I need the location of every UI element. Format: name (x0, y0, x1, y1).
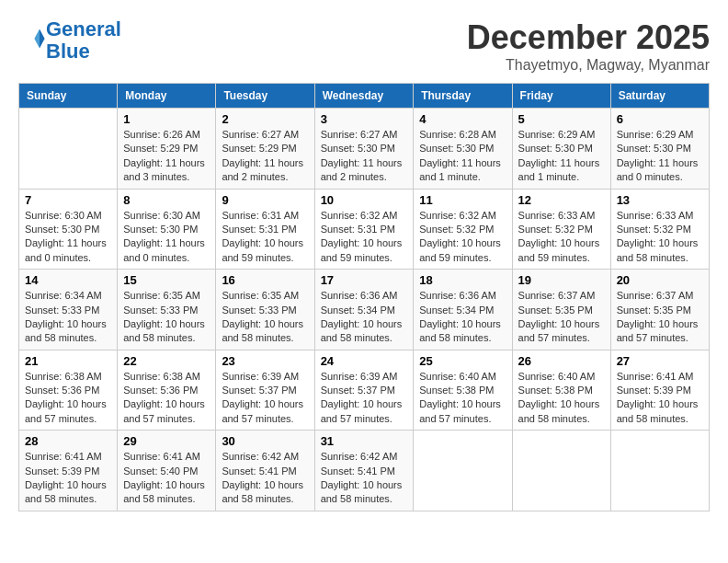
cell-info: Sunrise: 6:29 AMSunset: 5:30 PMDaylight:… (617, 129, 699, 182)
day-number: 23 (222, 354, 308, 368)
weekday-header-saturday: Saturday (610, 84, 709, 109)
calendar-week-row: 1 Sunrise: 6:26 AMSunset: 5:29 PMDayligh… (19, 109, 710, 190)
logo-text: General Blue (46, 18, 121, 63)
cell-info: Sunrise: 6:40 AMSunset: 5:38 PMDaylight:… (419, 371, 501, 424)
calendar-cell: 25 Sunrise: 6:40 AMSunset: 5:38 PMDaylig… (414, 350, 512, 431)
calendar-cell: 22 Sunrise: 6:38 AMSunset: 5:36 PMDaylig… (118, 350, 216, 431)
calendar-cell: 12 Sunrise: 6:33 AMSunset: 5:32 PMDaylig… (512, 189, 610, 270)
day-number: 15 (123, 273, 210, 287)
day-number: 14 (25, 273, 111, 287)
day-number: 28 (25, 434, 111, 448)
calendar-cell: 4 Sunrise: 6:28 AMSunset: 5:30 PMDayligh… (414, 109, 512, 190)
day-number: 24 (321, 354, 408, 368)
cell-info: Sunrise: 6:33 AMSunset: 5:32 PMDaylight:… (617, 210, 699, 263)
calendar-cell: 14 Sunrise: 6:34 AMSunset: 5:33 PMDaylig… (19, 270, 118, 350)
svg-marker-0 (40, 29, 45, 49)
cell-info: Sunrise: 6:33 AMSunset: 5:32 PMDaylight:… (518, 210, 600, 263)
weekday-header-friday: Friday (512, 84, 610, 109)
cell-info: Sunrise: 6:35 AMSunset: 5:33 PMDaylight:… (222, 290, 303, 343)
calendar-cell: 8 Sunrise: 6:30 AMSunset: 5:30 PMDayligh… (118, 189, 216, 270)
calendar-cell: 1 Sunrise: 6:26 AMSunset: 5:29 PMDayligh… (118, 109, 216, 190)
calendar-week-row: 14 Sunrise: 6:34 AMSunset: 5:33 PMDaylig… (19, 270, 710, 350)
cell-info: Sunrise: 6:42 AMSunset: 5:41 PMDaylight:… (222, 451, 303, 504)
calendar-cell (610, 431, 709, 511)
logo-line2: Blue (46, 40, 90, 63)
cell-info: Sunrise: 6:39 AMSunset: 5:37 PMDaylight:… (222, 371, 303, 424)
day-number: 13 (617, 193, 703, 207)
calendar-cell: 3 Sunrise: 6:27 AMSunset: 5:30 PMDayligh… (314, 109, 414, 190)
calendar-cell: 13 Sunrise: 6:33 AMSunset: 5:32 PMDaylig… (610, 189, 709, 270)
cell-info: Sunrise: 6:36 AMSunset: 5:34 PMDaylight:… (419, 290, 501, 343)
logo-icon (20, 26, 46, 52)
cell-info: Sunrise: 6:37 AMSunset: 5:35 PMDaylight:… (518, 290, 600, 343)
day-number: 1 (123, 112, 210, 126)
calendar-cell: 9 Sunrise: 6:31 AMSunset: 5:31 PMDayligh… (216, 189, 314, 270)
weekday-header-row: SundayMondayTuesdayWednesdayThursdayFrid… (19, 84, 710, 109)
location-title: Thayetmyo, Magway, Myanmar (467, 57, 710, 74)
calendar-cell: 23 Sunrise: 6:39 AMSunset: 5:37 PMDaylig… (216, 350, 314, 431)
day-number: 17 (321, 273, 408, 287)
calendar-cell: 18 Sunrise: 6:36 AMSunset: 5:34 PMDaylig… (414, 270, 512, 350)
day-number: 4 (419, 112, 506, 126)
cell-info: Sunrise: 6:38 AMSunset: 5:36 PMDaylight:… (25, 371, 107, 424)
day-number: 18 (419, 273, 506, 287)
calendar-week-row: 21 Sunrise: 6:38 AMSunset: 5:36 PMDaylig… (19, 350, 710, 431)
cell-info: Sunrise: 6:30 AMSunset: 5:30 PMDaylight:… (123, 210, 205, 263)
calendar-cell: 19 Sunrise: 6:37 AMSunset: 5:35 PMDaylig… (512, 270, 610, 350)
day-number: 26 (518, 354, 605, 368)
month-title: December 2025 (467, 18, 710, 57)
cell-info: Sunrise: 6:32 AMSunset: 5:32 PMDaylight:… (419, 210, 501, 263)
calendar-cell: 11 Sunrise: 6:32 AMSunset: 5:32 PMDaylig… (414, 189, 512, 270)
calendar-cell: 7 Sunrise: 6:30 AMSunset: 5:30 PMDayligh… (19, 189, 118, 270)
calendar-cell: 31 Sunrise: 6:42 AMSunset: 5:41 PMDaylig… (314, 431, 414, 511)
day-number: 7 (25, 193, 111, 207)
weekday-header-monday: Monday (118, 84, 216, 109)
day-number: 3 (321, 112, 408, 126)
calendar-cell: 16 Sunrise: 6:35 AMSunset: 5:33 PMDaylig… (216, 270, 314, 350)
cell-info: Sunrise: 6:38 AMSunset: 5:36 PMDaylight:… (123, 371, 205, 424)
calendar-cell: 21 Sunrise: 6:38 AMSunset: 5:36 PMDaylig… (19, 350, 118, 431)
calendar-cell: 30 Sunrise: 6:42 AMSunset: 5:41 PMDaylig… (216, 431, 314, 511)
cell-info: Sunrise: 6:37 AMSunset: 5:35 PMDaylight:… (617, 290, 699, 343)
cell-info: Sunrise: 6:30 AMSunset: 5:30 PMDaylight:… (25, 210, 107, 263)
cell-info: Sunrise: 6:32 AMSunset: 5:31 PMDaylight:… (321, 210, 403, 263)
cell-info: Sunrise: 6:36 AMSunset: 5:34 PMDaylight:… (321, 290, 403, 343)
day-number: 30 (222, 434, 308, 448)
day-number: 2 (222, 112, 308, 126)
day-number: 16 (222, 273, 308, 287)
day-number: 12 (518, 193, 605, 207)
calendar-cell (512, 431, 610, 511)
logo: General Blue (18, 18, 121, 63)
day-number: 9 (222, 193, 308, 207)
cell-info: Sunrise: 6:28 AMSunset: 5:30 PMDaylight:… (419, 129, 501, 182)
cell-info: Sunrise: 6:34 AMSunset: 5:33 PMDaylight:… (25, 290, 107, 343)
cell-info: Sunrise: 6:31 AMSunset: 5:31 PMDaylight:… (222, 210, 303, 263)
calendar-cell: 10 Sunrise: 6:32 AMSunset: 5:31 PMDaylig… (314, 189, 414, 270)
cell-info: Sunrise: 6:27 AMSunset: 5:30 PMDaylight:… (321, 129, 403, 182)
svg-marker-1 (34, 29, 40, 49)
calendar-cell: 6 Sunrise: 6:29 AMSunset: 5:30 PMDayligh… (610, 109, 709, 190)
day-number: 21 (25, 354, 111, 368)
calendar-cell: 27 Sunrise: 6:41 AMSunset: 5:39 PMDaylig… (610, 350, 709, 431)
cell-info: Sunrise: 6:29 AMSunset: 5:30 PMDaylight:… (518, 129, 600, 182)
calendar-week-row: 28 Sunrise: 6:41 AMSunset: 5:39 PMDaylig… (19, 431, 710, 511)
calendar-cell: 15 Sunrise: 6:35 AMSunset: 5:33 PMDaylig… (118, 270, 216, 350)
day-number: 19 (518, 273, 605, 287)
cell-info: Sunrise: 6:42 AMSunset: 5:41 PMDaylight:… (321, 451, 403, 504)
cell-info: Sunrise: 6:26 AMSunset: 5:29 PMDaylight:… (123, 129, 205, 182)
page-header: General Blue December 2025 Thayetmyo, Ma… (18, 18, 710, 74)
day-number: 27 (617, 354, 703, 368)
cell-info: Sunrise: 6:41 AMSunset: 5:39 PMDaylight:… (617, 371, 699, 424)
cell-info: Sunrise: 6:41 AMSunset: 5:39 PMDaylight:… (25, 451, 107, 504)
logo-line1: General (46, 17, 121, 40)
calendar-week-row: 7 Sunrise: 6:30 AMSunset: 5:30 PMDayligh… (19, 189, 710, 270)
calendar-cell: 17 Sunrise: 6:36 AMSunset: 5:34 PMDaylig… (314, 270, 414, 350)
calendar-cell (19, 109, 118, 190)
calendar-cell: 24 Sunrise: 6:39 AMSunset: 5:37 PMDaylig… (314, 350, 414, 431)
calendar-cell: 29 Sunrise: 6:41 AMSunset: 5:40 PMDaylig… (118, 431, 216, 511)
day-number: 20 (617, 273, 703, 287)
cell-info: Sunrise: 6:27 AMSunset: 5:29 PMDaylight:… (222, 129, 303, 182)
calendar-cell (414, 431, 512, 511)
calendar-cell: 2 Sunrise: 6:27 AMSunset: 5:29 PMDayligh… (216, 109, 314, 190)
calendar-cell: 28 Sunrise: 6:41 AMSunset: 5:39 PMDaylig… (19, 431, 118, 511)
